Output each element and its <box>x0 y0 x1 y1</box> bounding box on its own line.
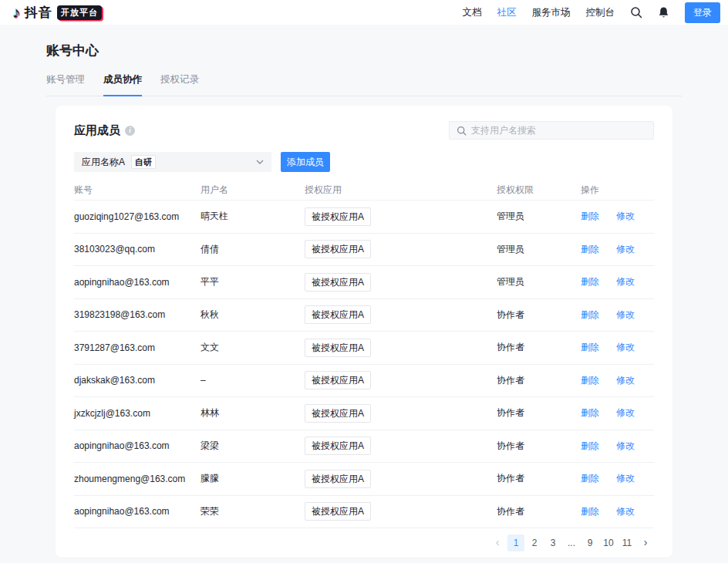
top-nav: 文档 社区 服务市场 控制台 登录 <box>463 2 721 23</box>
brand-name: 抖音 <box>25 4 52 22</box>
edit-link[interactable]: 修改 <box>616 440 635 453</box>
cell-permission: 协作者 <box>497 341 581 354</box>
pagination-next-icon[interactable]: › <box>637 534 654 551</box>
pagination-page-11[interactable]: 11 <box>618 534 635 551</box>
pagination-ellipsis: ... <box>563 534 580 551</box>
self-developed-tag: 自研 <box>131 155 156 169</box>
table-body: guoziqing1027@163.com 晴天柱 被授权应用A 管理员 删除 … <box>74 200 654 528</box>
cell-permission: 协作者 <box>497 308 581 322</box>
delete-link[interactable]: 删除 <box>581 505 599 518</box>
cell-account: aopingnihao@163.com <box>74 440 201 451</box>
authorized-app-tag: 被授权应用A <box>305 502 371 521</box>
tab-authorization-records[interactable]: 授权记录 <box>160 73 199 96</box>
add-member-button[interactable]: 添加成员 <box>281 152 330 172</box>
delete-link[interactable]: 删除 <box>581 406 599 420</box>
edit-link[interactable]: 修改 <box>616 210 635 223</box>
cell-actions: 删除 修改 <box>581 505 654 518</box>
brand-badge: 开放平台 <box>57 5 102 20</box>
delete-link[interactable]: 删除 <box>581 275 599 288</box>
pagination-page-3[interactable]: 3 <box>544 534 561 551</box>
nav-item-community[interactable]: 社区 <box>497 6 517 19</box>
cell-account: 38103023@qq.com <box>74 244 201 255</box>
table-row: 3791287@163.com 文文 被授权应用A 协作者 删除 修改 <box>74 331 654 364</box>
tab-account-management[interactable]: 账号管理 <box>46 73 85 96</box>
cell-username: 倩倩 <box>201 243 305 256</box>
cell-account: jxzkcjzlj@163.com <box>74 408 201 419</box>
delete-link[interactable]: 删除 <box>581 210 599 223</box>
delete-link[interactable]: 删除 <box>581 341 599 354</box>
cell-permission: 协作者 <box>497 440 581 453</box>
pagination-prev-icon[interactable]: ‹ <box>489 534 506 551</box>
cell-permission: 协作者 <box>497 505 581 518</box>
cell-account: aopingnihao@163.com <box>74 277 201 288</box>
login-button[interactable]: 登录 <box>685 2 720 23</box>
search-icon[interactable] <box>630 6 642 19</box>
cell-permission: 管理员 <box>497 210 581 223</box>
cell-username: 文文 <box>201 341 305 354</box>
table-header-row: 账号 用户名 授权应用 授权权限 操作 <box>74 180 654 200</box>
column-header-authorized-app: 授权应用 <box>305 184 497 197</box>
member-search-input[interactable] <box>471 125 646 136</box>
douyin-note-icon: ♪ <box>12 5 20 20</box>
cell-actions: 删除 修改 <box>581 210 654 223</box>
delete-link[interactable]: 删除 <box>581 243 599 256</box>
app-select[interactable]: 应用名称A 自研 <box>74 152 271 172</box>
authorized-app-tag: 被授权应用A <box>305 470 371 488</box>
app-select-value: 应用名称A <box>82 156 125 169</box>
delete-link[interactable]: 删除 <box>581 374 599 387</box>
nav-item-console[interactable]: 控制台 <box>586 6 615 19</box>
cell-username: 晴天柱 <box>201 210 305 223</box>
cell-permission: 协作者 <box>497 406 581 420</box>
tab-member-collaboration[interactable]: 成员协作 <box>103 73 142 96</box>
nav-item-docs[interactable]: 文档 <box>463 6 482 19</box>
cell-actions: 删除 修改 <box>581 374 654 387</box>
chevron-down-icon <box>256 160 264 164</box>
delete-link[interactable]: 删除 <box>581 472 599 485</box>
cell-account: zhoumengmeng@163.com <box>74 474 201 484</box>
cell-username: 平平 <box>201 275 305 288</box>
card-header: 应用成员 i <box>74 121 654 140</box>
edit-link[interactable]: 修改 <box>616 341 635 354</box>
cell-actions: 删除 修改 <box>581 406 654 420</box>
pagination-page-9[interactable]: 9 <box>581 534 598 551</box>
panel-title-text: 应用成员 <box>74 123 120 138</box>
top-bar: ♪ 抖音 开放平台 文档 社区 服务市场 控制台 登录 <box>0 0 728 25</box>
cell-authorized-app: 被授权应用A <box>305 371 497 389</box>
edit-link[interactable]: 修改 <box>616 308 635 322</box>
cell-authorized-app: 被授权应用A <box>305 273 497 292</box>
bell-icon[interactable] <box>658 6 669 19</box>
cell-permission: 管理员 <box>497 275 581 288</box>
cell-authorized-app: 被授权应用A <box>305 207 497 226</box>
cell-account: 319823198@163.com <box>74 309 201 320</box>
cell-actions: 删除 修改 <box>581 308 654 322</box>
brand-logo[interactable]: ♪ 抖音 开放平台 <box>12 4 102 22</box>
member-search-box[interactable] <box>449 121 654 140</box>
delete-link[interactable]: 删除 <box>581 308 599 322</box>
cell-account: aopingnihao@163.com <box>74 506 201 517</box>
authorized-app-tag: 被授权应用A <box>305 437 371 455</box>
edit-link[interactable]: 修改 <box>616 275 635 288</box>
info-icon[interactable]: i <box>125 126 135 136</box>
column-header-username: 用户名 <box>201 184 305 197</box>
cell-authorized-app: 被授权应用A <box>305 240 497 258</box>
pagination-page-2[interactable]: 2 <box>526 534 543 551</box>
cell-username: 梁梁 <box>201 440 305 453</box>
cell-permission: 协作者 <box>497 374 581 387</box>
table-row: aopingnihao@163.com 荣荣 被授权应用A 协作者 删除 修改 <box>74 495 654 528</box>
pagination-page-10[interactable]: 10 <box>600 534 617 551</box>
edit-link[interactable]: 修改 <box>616 406 635 420</box>
table-row: 319823198@163.com 秋秋 被授权应用A 协作者 删除 修改 <box>74 298 654 332</box>
cell-username: – <box>201 375 305 386</box>
edit-link[interactable]: 修改 <box>616 374 635 387</box>
edit-link[interactable]: 修改 <box>616 243 635 256</box>
search-input-icon <box>457 126 467 136</box>
pagination-page-1[interactable]: 1 <box>507 534 524 551</box>
cell-username: 林林 <box>201 406 305 420</box>
cell-username: 秋秋 <box>201 308 305 322</box>
delete-link[interactable]: 删除 <box>581 440 599 453</box>
edit-link[interactable]: 修改 <box>616 472 635 485</box>
authorized-app-tag: 被授权应用A <box>305 240 371 258</box>
authorized-app-tag: 被授权应用A <box>305 339 371 357</box>
edit-link[interactable]: 修改 <box>616 505 635 518</box>
nav-item-service-market[interactable]: 服务市场 <box>532 6 571 19</box>
